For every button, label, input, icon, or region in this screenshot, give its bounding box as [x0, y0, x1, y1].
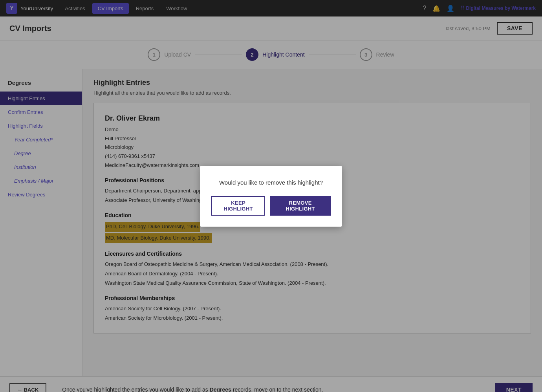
modal-question: Would you like to remove this highlight? [211, 178, 331, 187]
keep-highlight-button[interactable]: KEEP HIGHLIGHT [211, 196, 265, 216]
remove-highlight-button[interactable]: REMOVE HIGHLIGHT [270, 196, 331, 216]
modal-buttons: KEEP HIGHLIGHT REMOVE HIGHLIGHT [211, 196, 331, 216]
modal-box: Would you like to remove this highlight?… [200, 166, 342, 227]
modal-overlay: Would you like to remove this highlight?… [0, 0, 542, 392]
